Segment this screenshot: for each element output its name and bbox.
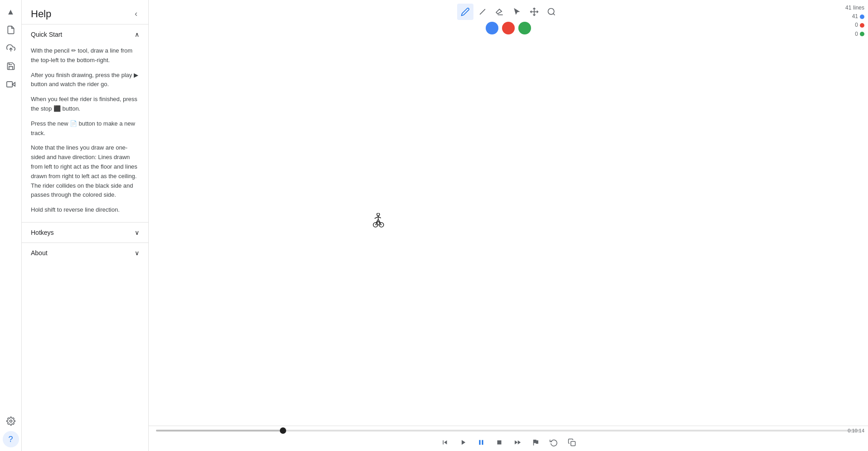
red-stat-dot [860,23,864,28]
new-track-btn[interactable] [3,22,19,38]
blue-stat-dot [860,15,864,19]
svg-line-4 [480,9,485,15]
pencil-tool-btn[interactable] [457,4,473,20]
svg-line-11 [375,217,378,218]
time-display: 0:10:14 [848,428,864,430]
qs-para-6: Hold shift to reverse line direction. [31,205,139,215]
qs-para-1: With the pencil ✏ tool, draw a line from… [31,46,139,65]
svg-marker-1 [12,82,15,86]
blue-color-btn[interactable] [486,22,498,34]
panel-header: Help ‹ [22,0,148,24]
main-area: 41 lines 41 0 0 [149,0,868,451]
hotkeys-section: Hotkeys ∨ [22,222,148,242]
rewind-btn[interactable] [437,434,453,451]
eraser-tool-btn[interactable] [492,4,508,20]
collapse-panel-btn[interactable]: ▲ [3,4,19,20]
green-color-btn[interactable] [518,22,531,34]
about-label: About [31,249,48,257]
svg-rect-21 [497,440,502,444]
hotkeys-header[interactable]: Hotkeys ∨ [22,223,148,242]
progress-bar[interactable] [156,430,861,432]
svg-line-8 [553,14,555,15]
side-panel: Help ‹ Quick Start ∧ With the pencil ✏ t… [22,0,149,451]
qs-para-2: After you finish drawing, press the play… [31,71,139,90]
select-tool-btn[interactable] [509,4,525,20]
drawing-tools [457,4,560,20]
about-header[interactable]: About ∨ [22,243,148,263]
quick-start-chevron: ∧ [135,31,139,38]
blue-count-row: 41 [845,12,864,21]
about-chevron: ∨ [135,249,139,257]
canvas-area[interactable] [149,0,868,426]
quick-start-content: With the pencil ✏ tool, draw a line from… [22,44,148,222]
qs-para-5: Note that the lines you draw are one-sid… [31,143,139,200]
quick-start-label: Quick Start [31,31,62,38]
lines-label: lines [853,4,864,12]
flag-btn[interactable] [527,434,544,451]
hotkeys-label: Hotkeys [31,229,54,236]
pause-btn[interactable] [473,434,489,451]
bottom-bar: 0:10:14 [149,426,868,451]
upload-btn[interactable] [3,40,19,56]
bottom-controls [149,434,868,451]
stop-btn[interactable] [491,434,507,451]
fast-forward-btn[interactable] [509,434,526,451]
qs-para-3: When you feel the rider is finished, pre… [31,95,139,114]
green-stat-count: 0 [855,30,858,39]
green-count-row: 0 [845,30,864,39]
left-toolbar: ▲ ? [0,0,22,451]
line-tool-btn[interactable] [474,4,491,20]
save-btn[interactable] [3,58,19,74]
hotkeys-chevron: ∨ [135,229,139,236]
zoom-tool-btn[interactable] [543,4,560,20]
lines-count: 41 [845,4,851,12]
blue-stat-count: 41 [852,12,858,21]
svg-line-12 [378,217,381,218]
tools-column [457,4,560,34]
help-btn[interactable]: ? [3,431,19,447]
qs-para-4: Press the new 📄 button to make a new tra… [31,119,139,138]
progress-fill [156,430,283,432]
green-stat-dot [860,32,864,36]
top-toolbar [149,4,868,34]
copy-btn[interactable] [564,434,580,451]
red-stat-count: 0 [855,21,858,29]
red-color-btn[interactable] [502,22,515,34]
about-section: About ∨ [22,242,148,263]
color-dots [486,22,531,34]
panel-title: Help [31,8,51,20]
loop-btn[interactable] [546,434,562,451]
svg-point-7 [548,9,554,15]
video-btn[interactable] [3,76,19,92]
svg-point-3 [10,420,12,422]
settings-btn[interactable] [3,413,19,429]
svg-point-10 [377,213,380,216]
red-count-row: 0 [845,21,864,29]
svg-rect-22 [571,441,575,446]
stats-panel: 41 lines 41 0 0 [845,4,864,39]
rider-figure [371,213,385,228]
close-panel-btn[interactable]: ‹ [133,7,139,20]
progress-knob[interactable] [280,427,286,434]
quick-start-header[interactable]: Quick Start ∧ [22,24,148,44]
move-tool-btn[interactable] [526,4,542,20]
lines-total-row: 41 lines [845,4,864,12]
svg-rect-2 [6,82,12,87]
quick-start-section: Quick Start ∧ With the pencil ✏ tool, dr… [22,24,148,222]
play-btn[interactable] [455,434,471,451]
